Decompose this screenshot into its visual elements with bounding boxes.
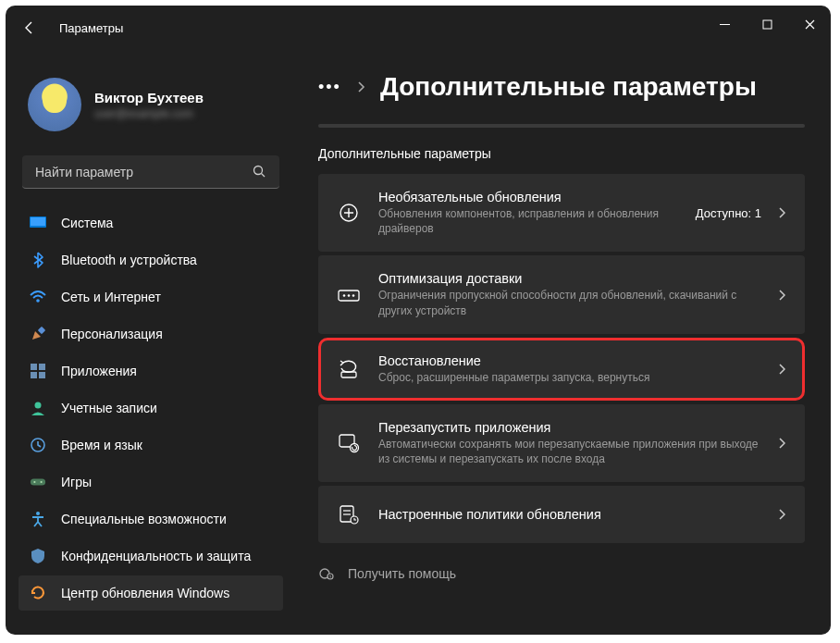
sidebar-item-label: Bluetooth и устройства	[61, 253, 197, 267]
plus-icon	[338, 202, 360, 224]
help-label: Получить помощь	[348, 566, 456, 581]
svg-rect-10	[31, 372, 37, 378]
section-label: Дополнительные параметры	[318, 146, 805, 161]
sidebar-item-label: Сеть и Интернет	[61, 290, 161, 304]
settings-card-policy[interactable]: Настроенные политики обновления	[318, 486, 805, 543]
sidebar-item-update[interactable]: Центр обновления Windows	[19, 575, 283, 611]
card-title: Перезапустить приложения	[378, 420, 760, 435]
main-content: ••• Дополнительные параметры Дополнитель…	[292, 50, 831, 635]
svg-rect-1	[763, 20, 772, 29]
svg-rect-8	[31, 364, 37, 370]
settings-card-restart[interactable]: Перезапустить приложенияАвтоматически со…	[318, 404, 805, 482]
restart-icon	[338, 432, 360, 454]
svg-point-2	[254, 167, 263, 175]
chevron-right-icon	[778, 207, 785, 218]
svg-point-22	[352, 294, 355, 297]
svg-point-16	[41, 481, 43, 483]
search-icon	[253, 165, 266, 179]
profile-block[interactable]: Виктор Бухтеев user@example.com	[19, 50, 283, 148]
card-description: Обновления компонентов, исправления и об…	[378, 206, 677, 236]
sidebar-item-system[interactable]: Система	[19, 205, 283, 241]
settings-card-delivery[interactable]: Оптимизация доставкиОграничения пропускн…	[318, 255, 805, 333]
breadcrumb: ••• Дополнительные параметры	[318, 72, 805, 102]
card-status: Доступно: 1	[696, 206, 761, 220]
chevron-right-icon	[778, 509, 785, 520]
bluetooth-icon	[30, 252, 46, 268]
svg-rect-9	[39, 364, 45, 370]
titlebar: Параметры	[6, 6, 831, 50]
sidebar-item-time[interactable]: Время и язык	[19, 427, 283, 463]
svg-rect-5	[31, 217, 45, 226]
svg-text:?: ?	[329, 575, 332, 580]
sidebar-item-accounts[interactable]: Учетные записи	[19, 390, 283, 426]
svg-point-17	[36, 512, 40, 515]
maximize-button[interactable]	[746, 6, 788, 43]
svg-rect-7	[38, 327, 45, 334]
time-icon	[30, 437, 46, 453]
search-field[interactable]	[35, 165, 220, 179]
sidebar-item-label: Конфиденциальность и защита	[61, 549, 251, 563]
accounts-icon	[30, 400, 46, 416]
sidebar-item-gaming[interactable]: Игры	[19, 464, 283, 500]
avatar	[28, 78, 81, 131]
svg-point-12	[35, 402, 42, 409]
svg-rect-11	[39, 372, 45, 378]
window-title: Параметры	[59, 21, 123, 35]
apps-icon	[30, 363, 46, 379]
search-input[interactable]	[22, 155, 279, 189]
card-description: Ограничения пропускной способности для о…	[378, 288, 760, 317]
accessibility-icon	[30, 511, 46, 527]
recovery-icon	[338, 358, 360, 380]
sidebar-item-accessibility[interactable]: Специальные возможности	[19, 501, 283, 537]
sidebar-item-label: Персонализация	[61, 327, 163, 341]
svg-point-6	[36, 299, 40, 303]
sidebar-item-privacy[interactable]: Конфиденциальность и защита	[19, 538, 283, 574]
close-button[interactable]	[788, 6, 831, 43]
card-title: Необязательные обновления	[378, 190, 677, 204]
minimize-button[interactable]	[703, 6, 746, 43]
sidebar: Виктор Бухтеев user@example.com СистемаB…	[6, 50, 292, 635]
settings-card-recovery[interactable]: ВосстановлениеСброс, расширенные парамет…	[318, 338, 805, 401]
settings-card-plus[interactable]: Необязательные обновленияОбновления комп…	[318, 174, 805, 252]
system-icon	[30, 215, 46, 231]
sidebar-item-bluetooth[interactable]: Bluetooth и устройства	[19, 242, 283, 278]
network-icon	[30, 289, 46, 305]
profile-name: Виктор Бухтеев	[94, 90, 204, 105]
back-button[interactable]	[22, 20, 59, 35]
svg-point-20	[343, 294, 346, 297]
card-title: Настроенные политики обновления	[378, 507, 760, 522]
sidebar-item-apps[interactable]: Приложения	[19, 353, 283, 389]
sidebar-item-personalization[interactable]: Персонализация	[19, 316, 283, 352]
sidebar-item-label: Приложения	[61, 364, 137, 378]
update-icon	[30, 585, 46, 601]
personalization-icon	[30, 326, 46, 342]
sidebar-item-label: Система	[61, 216, 113, 230]
sidebar-item-label: Центр обновления Windows	[61, 586, 229, 600]
privacy-icon	[30, 548, 46, 564]
chevron-right-icon	[778, 364, 785, 375]
sidebar-item-label: Время и язык	[61, 438, 142, 452]
page-title: Дополнительные параметры	[380, 72, 757, 102]
card-description: Сброс, расширенные параметры запуска, ве…	[378, 370, 760, 385]
help-link[interactable]: ? Получить помощь	[318, 565, 805, 582]
settings-window: Параметры Виктор Бухтеев user@example.co…	[6, 6, 831, 635]
chevron-right-icon	[356, 80, 365, 93]
help-icon: ?	[318, 565, 335, 582]
chevron-right-icon	[778, 290, 785, 301]
delivery-icon	[338, 284, 360, 306]
svg-point-21	[348, 294, 351, 297]
policy-icon	[338, 503, 360, 526]
sidebar-item-label: Учетные записи	[61, 401, 157, 415]
scroll-indicator	[318, 124, 805, 128]
window-controls	[703, 6, 831, 43]
sidebar-item-label: Специальные возможности	[61, 512, 227, 526]
card-title: Восстановление	[378, 353, 760, 368]
svg-line-3	[262, 174, 266, 178]
breadcrumb-more[interactable]: •••	[318, 78, 341, 97]
card-description: Автоматически сохранять мои перезапускае…	[378, 437, 760, 466]
profile-email: user@example.com	[94, 107, 204, 120]
svg-rect-14	[31, 478, 45, 485]
sidebar-item-network[interactable]: Сеть и Интернет	[19, 279, 283, 315]
chevron-right-icon	[778, 438, 785, 449]
sidebar-item-label: Игры	[61, 475, 92, 489]
